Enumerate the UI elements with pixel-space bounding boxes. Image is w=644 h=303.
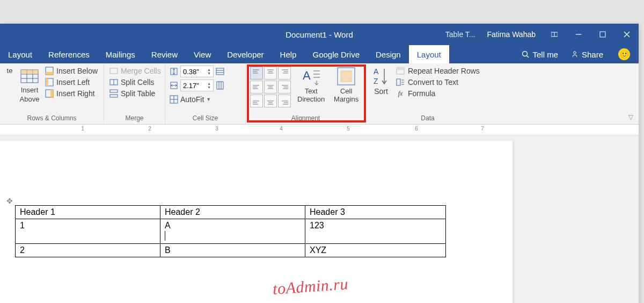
tab-table-design[interactable]: Design — [368, 45, 409, 63]
svg-text:A: A — [374, 67, 379, 76]
tab-developer[interactable]: Developer — [219, 45, 272, 63]
cell-margins-label-1: Cell — [340, 87, 352, 95]
table-cell[interactable]: Header 3 — [305, 206, 446, 219]
insert-label-1: Insert — [21, 86, 39, 94]
group-alignment-label: Alignment — [246, 113, 365, 124]
split-table-button[interactable]: Split Table — [108, 88, 162, 99]
close-button[interactable] — [614, 24, 639, 45]
table-cell[interactable]: 1 — [16, 219, 160, 244]
table-move-handle-icon[interactable]: ✥ — [6, 197, 13, 205]
table-cell[interactable]: Header 2 — [160, 206, 305, 219]
table-cell[interactable]: B — [160, 244, 305, 257]
split-table-icon — [109, 89, 118, 98]
table-row: 2 B XYZ — [16, 244, 446, 257]
dropdown-caret-icon: ▼ — [206, 97, 211, 102]
row-height-icon — [170, 67, 178, 76]
merge-cells-icon — [109, 67, 118, 75]
sort-button[interactable]: AZ Sort — [370, 66, 392, 113]
col-width-input[interactable]: 2.17"▲▼ — [180, 80, 214, 91]
horizontal-ruler[interactable]: 1 2 3 4 5 6 7 — [0, 125, 639, 135]
table-cell[interactable]: Header 1 — [16, 206, 160, 219]
align-top-center-button[interactable] — [264, 67, 277, 80]
align-bot-left-button[interactable] — [250, 95, 263, 107]
convert-to-text-button[interactable]: Convert to Text — [395, 77, 481, 88]
spinner-icon[interactable]: ▲▼ — [207, 82, 211, 89]
ruler-tick: 3 — [215, 126, 218, 132]
tab-layout[interactable]: Layout — [0, 45, 40, 63]
insert-below-button[interactable]: Insert Below — [44, 66, 99, 76]
table-cell[interactable]: 123 — [305, 219, 446, 244]
document-area[interactable]: ✥ Header 1 Header 2 Header 3 1 A 123 2 B… — [0, 135, 639, 303]
context-tab-label[interactable]: Table T... — [440, 30, 481, 39]
share-button[interactable]: Share — [565, 50, 610, 59]
align-top-left-button[interactable] — [250, 67, 263, 80]
split-table-label: Split Table — [121, 89, 155, 98]
svg-rect-18 — [46, 78, 48, 86]
insert-right-button[interactable]: Insert Right — [44, 88, 99, 99]
text-direction-button[interactable]: A Text Direction — [294, 66, 328, 113]
col-width-icon — [170, 81, 178, 90]
cell-margins-icon — [335, 66, 357, 87]
tab-references[interactable]: References — [40, 45, 98, 63]
svg-rect-33 — [217, 82, 223, 89]
repeat-header-rows-button[interactable]: Repeat Header Rows — [395, 66, 481, 76]
tab-mailings[interactable]: Mailings — [98, 45, 143, 63]
tab-google-drive[interactable]: Google Drive — [304, 45, 368, 63]
cell-margins-button[interactable]: Cell Margins — [331, 66, 361, 113]
ribbon-display-options-button[interactable] — [542, 24, 566, 45]
document-table[interactable]: Header 1 Header 2 Header 3 1 A 123 2 B X… — [15, 205, 446, 257]
table-cell[interactable]: A — [160, 219, 305, 244]
formula-button[interactable]: fxFormula — [395, 88, 481, 99]
search-icon — [522, 50, 529, 58]
tab-table-layout[interactable]: Layout — [409, 45, 449, 63]
autofit-button[interactable]: AutoFit ▼ — [170, 93, 224, 104]
align-mid-center-button[interactable] — [264, 81, 277, 93]
align-bot-right-button[interactable] — [278, 95, 291, 107]
text-direction-label-2: Direction — [297, 95, 325, 103]
merge-cells-label: Merge Cells — [121, 67, 161, 75]
distribute-rows-icon[interactable] — [216, 67, 224, 76]
feedback-smiley-icon[interactable]: 🙂 — [618, 48, 630, 60]
share-label: Share — [582, 50, 603, 59]
ruler-tick: 2 — [148, 126, 151, 132]
table-cell[interactable]: XYZ — [305, 244, 446, 257]
spinner-icon[interactable]: ▲▼ — [207, 68, 211, 75]
svg-rect-24 — [110, 90, 118, 92]
svg-rect-3 — [600, 32, 605, 37]
convert-text-icon — [396, 78, 405, 86]
maximize-button[interactable] — [590, 24, 614, 45]
tab-help[interactable]: Help — [272, 45, 305, 63]
align-bot-center-button[interactable] — [264, 95, 277, 107]
row-height-input[interactable]: 0.38"▲▼ — [180, 66, 214, 77]
collapse-ribbon-button[interactable]: ▽ — [628, 113, 633, 121]
align-mid-left-button[interactable] — [250, 81, 263, 93]
tab-view[interactable]: View — [186, 45, 219, 63]
col-width-control: 2.17"▲▼ — [170, 80, 224, 91]
split-cells-icon — [109, 78, 118, 86]
align-mid-right-button[interactable] — [278, 81, 291, 93]
tab-review[interactable]: Review — [143, 45, 186, 63]
insert-above-button[interactable]: Insert Above — [18, 66, 41, 113]
merge-cells-button[interactable]: Merge Cells — [108, 66, 162, 76]
svg-rect-28 — [216, 68, 224, 75]
svg-text:Z: Z — [374, 77, 378, 85]
group-merge-label: Merge — [104, 113, 165, 124]
user-name[interactable]: Fatima Wahab — [480, 30, 542, 39]
delete-button[interactable]: te — [4, 66, 15, 113]
insert-left-button[interactable]: Insert Left — [44, 77, 99, 88]
tell-me-search[interactable]: Tell me — [515, 50, 565, 59]
ruler-tick: 6 — [415, 126, 418, 132]
table-cell[interactable]: 2 — [16, 244, 160, 257]
row-height-control: 0.38"▲▼ — [170, 66, 224, 77]
ribbon: te Insert Above Insert Below Insert Left… — [0, 63, 639, 125]
repeat-header-label: Repeat Header Rows — [408, 67, 480, 75]
minimize-button[interactable] — [566, 24, 590, 45]
page[interactable]: ✥ Header 1 Header 2 Header 3 1 A 123 2 B… — [0, 141, 513, 303]
svg-line-7 — [527, 56, 529, 58]
split-cells-button[interactable]: Split Cells — [108, 77, 162, 88]
cell-text: A — [165, 221, 171, 230]
distribute-cols-icon[interactable] — [216, 81, 224, 90]
group-data: AZ Sort Repeat Header Rows Convert to Te… — [366, 63, 489, 124]
align-top-right-button[interactable] — [278, 67, 291, 80]
share-icon — [571, 50, 579, 58]
